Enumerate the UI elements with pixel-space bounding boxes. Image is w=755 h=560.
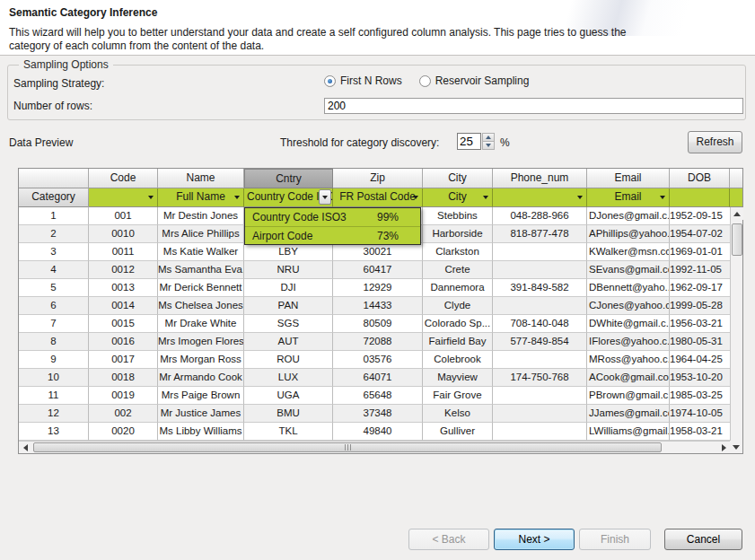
cell-name: Ms Katie Walker xyxy=(158,243,244,261)
page-description: This wizard will help you to better unde… xyxy=(9,26,627,53)
cell-email: DWhite@gmail.c... xyxy=(587,315,670,333)
cell-cntry: BMU xyxy=(244,405,333,423)
row-number-cell: 13 xyxy=(19,423,89,441)
horizontal-scroll-thumb[interactable] xyxy=(33,442,662,452)
cell-dob: 1958-03-21 xyxy=(670,423,730,441)
cell-phone: 174-750-768 xyxy=(493,369,587,387)
table-header-row: Code Name Cntry Zip City Phone_num Email… xyxy=(19,169,742,188)
number-of-rows-label: Number of rows: xyxy=(13,100,92,112)
cell-city: Dannemora xyxy=(423,279,493,297)
cell-zip: 12929 xyxy=(333,279,423,297)
horizontal-scrollbar[interactable] xyxy=(19,441,730,453)
cell-code: 0010 xyxy=(89,225,158,243)
next-button[interactable]: Next > xyxy=(494,529,575,550)
column-header-code[interactable]: Code xyxy=(89,169,158,188)
threshold-label: Threshold for category discovery: xyxy=(280,136,439,149)
sampling-strategy-radios: First N Rows Reservoir Sampling xyxy=(324,74,541,87)
sampling-options-legend: Sampling Options xyxy=(19,58,113,71)
cell-name: Mrs Imogen Flores xyxy=(158,333,244,351)
scroll-up-button[interactable] xyxy=(731,207,743,220)
cell-city: Crete xyxy=(423,261,493,279)
cell-phone: 048-288-966 xyxy=(493,207,587,225)
wizard-dialog: Semantic Category Inference This wizard … xyxy=(0,0,755,560)
scroll-up-icon xyxy=(733,212,741,216)
cell-email: CJones@yahoo.c... xyxy=(587,297,670,315)
combo-open-button[interactable] xyxy=(319,189,331,205)
column-header-email[interactable]: Email xyxy=(587,169,670,188)
dropdown-item-confidence: 99% xyxy=(377,208,399,226)
category-select-city[interactable]: City xyxy=(423,188,493,207)
cell-zip: 72088 xyxy=(333,333,423,351)
chevron-down-icon xyxy=(577,196,583,199)
chevron-down-icon xyxy=(660,196,665,199)
column-header-blank[interactable] xyxy=(19,169,89,188)
table-row: 60014Ms Chelsea JonesPAN14433ClydeCJones… xyxy=(19,297,742,315)
cancel-button[interactable]: Cancel xyxy=(664,529,742,550)
refresh-button[interactable]: Refresh xyxy=(688,131,742,153)
column-header-dob[interactable]: DOB xyxy=(670,169,730,188)
vertical-scrollbar[interactable] xyxy=(730,207,742,441)
cell-zip: 03576 xyxy=(333,351,423,369)
scroll-left-button[interactable] xyxy=(19,442,31,453)
cell-email: PBrown@gmail.c... xyxy=(587,387,670,405)
scroll-down-button[interactable] xyxy=(730,441,742,453)
reservoir-sampling-radio[interactable] xyxy=(419,75,431,87)
finish-button[interactable]: Finish xyxy=(579,529,651,550)
category-select-zip[interactable]: FR Postal Code xyxy=(333,188,423,207)
cell-zip: 37348 xyxy=(333,405,423,423)
thumb-grip-icon xyxy=(345,444,346,451)
column-header-name[interactable]: Name xyxy=(158,169,244,188)
row-number-cell: 9 xyxy=(19,351,89,369)
cell-cntry: PAN xyxy=(244,297,333,315)
category-select-dob[interactable] xyxy=(670,188,730,207)
table-row: 130020Ms Libby WilliamsTKL49840GulliverL… xyxy=(19,423,742,441)
back-button[interactable]: < Back xyxy=(408,529,489,550)
dropdown-item[interactable]: Country Code ISO3 99% xyxy=(245,208,420,226)
first-n-rows-radio[interactable] xyxy=(324,75,336,87)
spinner-down-button[interactable] xyxy=(482,142,495,150)
cell-city: Clyde xyxy=(423,297,493,315)
cell-dob: 1964-04-25 xyxy=(670,351,730,369)
cell-name: Ms Chelsea Jones xyxy=(158,297,244,315)
cell-city: Mayview xyxy=(423,369,493,387)
spinner-up-button[interactable] xyxy=(482,133,495,142)
cell-code: 0012 xyxy=(89,261,158,279)
cell-name: Ms Samantha Eva... xyxy=(158,261,244,279)
cell-name: Mr Destin Jones xyxy=(158,207,244,225)
column-header-zip[interactable]: Zip xyxy=(333,169,423,188)
reservoir-sampling-label[interactable]: Reservoir Sampling xyxy=(435,74,530,87)
vertical-scroll-thumb[interactable] xyxy=(732,223,742,256)
number-of-rows-input[interactable] xyxy=(324,98,743,114)
category-select-phone[interactable] xyxy=(493,188,587,207)
cell-phone xyxy=(493,387,587,405)
table-row: 80016Mrs Imogen FloresAUT72088Fairfield … xyxy=(19,333,742,351)
cell-cntry: AUT xyxy=(244,333,333,351)
cell-phone xyxy=(493,405,587,423)
cell-phone: 818-877-478 xyxy=(493,225,587,243)
category-select-name[interactable]: Full Name xyxy=(158,188,244,207)
row-number-cell: 3 xyxy=(19,243,89,261)
scroll-right-icon xyxy=(722,444,726,451)
category-select-cntry[interactable]: Country Code ISO xyxy=(244,188,333,207)
dropdown-item[interactable]: Airport Code 73% xyxy=(245,226,420,244)
column-header-city[interactable]: City xyxy=(423,169,493,188)
category-selector-row: Category Full Name Country Code ISO FR P… xyxy=(19,188,742,207)
row-number-cell: 4 xyxy=(19,261,89,279)
threshold-input[interactable] xyxy=(457,133,481,150)
table-row: 40012Ms Samantha Eva...NRU60417CreteSEva… xyxy=(19,261,742,279)
data-preview-table: Code Name Cntry Zip City Phone_num Email… xyxy=(18,168,743,454)
cell-code: 0018 xyxy=(89,369,158,387)
column-header-phone[interactable]: Phone_num xyxy=(493,169,587,188)
cell-city: Clarkston xyxy=(423,243,493,261)
column-header-cntry[interactable]: Cntry xyxy=(244,169,333,188)
cell-dob: 1980-05-31 xyxy=(670,333,730,351)
category-select-email[interactable]: Email xyxy=(587,188,670,207)
scroll-right-button[interactable] xyxy=(717,442,730,453)
cell-city: Fairfield Bay xyxy=(423,333,493,351)
cell-code: 002 xyxy=(89,405,158,423)
cell-city: Colorado Sp... xyxy=(423,315,493,333)
row-number-cell: 10 xyxy=(19,369,89,387)
category-select-code[interactable] xyxy=(89,188,158,207)
threshold-spinner xyxy=(482,133,495,150)
first-n-rows-label[interactable]: First N Rows xyxy=(340,74,402,87)
